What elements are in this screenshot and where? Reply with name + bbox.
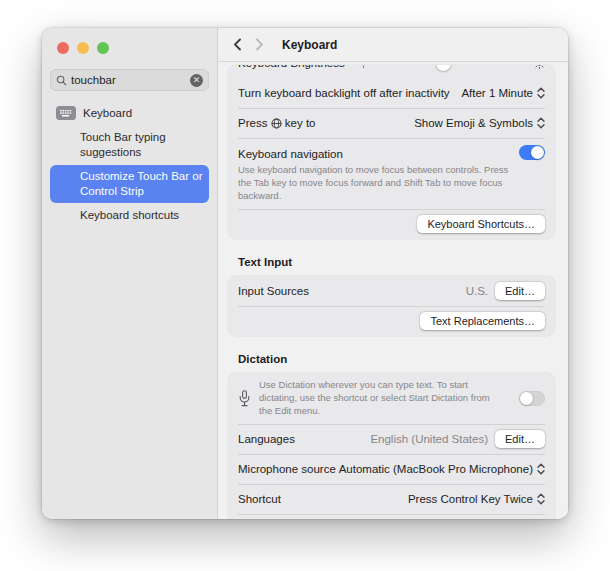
slider-knob[interactable] xyxy=(436,65,451,71)
globe-key-row: Press key to Show Emoji & Symbols xyxy=(228,108,555,138)
forward-button[interactable] xyxy=(248,35,270,55)
input-sources-row: Input Sources U.S. Edit… xyxy=(228,276,555,306)
chevron-up-down-icon xyxy=(537,463,545,475)
popup-value: Press Control Key Twice xyxy=(408,493,533,505)
content-pane: Keyboard Keyboard Brightness xyxy=(218,28,568,519)
chevron-up-down-icon xyxy=(537,117,545,129)
dictation-shortcut-label: Shortcut xyxy=(238,493,281,505)
search-field[interactable]: ✕ xyxy=(50,69,209,91)
backlight-inactivity-row: Turn keyboard backlight off after inacti… xyxy=(228,78,555,108)
window-controls xyxy=(42,28,217,54)
chevron-up-down-icon xyxy=(537,87,545,99)
sidebar-item-label: Customize Touch Bar or Control Strip xyxy=(80,170,203,197)
keyboard-settings-group: Keyboard Brightness Turn keyboard backli… xyxy=(228,65,555,239)
backlight-inactivity-label: Turn keyboard backlight off after inacti… xyxy=(238,87,450,99)
chevron-right-icon xyxy=(255,38,264,51)
sun-min-icon xyxy=(359,65,368,68)
languages-row: Languages English (United States) Edit… xyxy=(228,424,555,454)
toolbar: Keyboard xyxy=(218,28,568,62)
dictation-group: Use Dictation wherever you can type text… xyxy=(228,373,555,519)
languages-label: Languages xyxy=(238,433,295,445)
minimize-button[interactable] xyxy=(77,42,89,54)
keyboard-icon xyxy=(56,106,76,120)
languages-value: English (United States) xyxy=(370,433,488,445)
globe-key-label: Press key to xyxy=(238,117,316,129)
popup-value: Show Emoji & Symbols xyxy=(414,117,533,129)
magnifier-icon xyxy=(56,75,67,86)
keyboard-brightness-slider[interactable] xyxy=(375,65,527,71)
sidebar-item-customize-touch-bar[interactable]: Customize Touch Bar or Control Strip xyxy=(50,165,209,203)
keyboard-navigation-description: Use keyboard navigation to move focus be… xyxy=(238,164,519,202)
settings-scroll-area[interactable]: Keyboard Brightness Turn keyboard backli… xyxy=(218,62,568,519)
sidebar-item-label: Touch Bar typing suggestions xyxy=(80,131,166,158)
keyboard-shortcuts-row: Keyboard Shortcuts… xyxy=(228,209,555,239)
search-input[interactable] xyxy=(71,74,190,86)
microphone-source-label: Microphone source xyxy=(238,463,336,475)
zoom-button[interactable] xyxy=(97,42,109,54)
dictation-toggle[interactable] xyxy=(519,391,545,406)
microphone-icon xyxy=(238,390,251,407)
keyboard-navigation-label: Keyboard navigation xyxy=(238,148,343,160)
dictation-shortcut-popup[interactable]: Press Control Key Twice xyxy=(408,493,545,505)
globe-icon xyxy=(271,118,282,129)
page-title: Keyboard xyxy=(282,38,337,52)
keyboard-navigation-toggle[interactable] xyxy=(519,145,545,160)
chevron-up-down-icon xyxy=(537,493,545,505)
microphone-source-row: Microphone source Automatic (MacBook Pro… xyxy=(228,454,555,484)
system-settings-window: ✕ Keyboard Touch Bar typing suggestions … xyxy=(42,28,568,519)
keyboard-shortcuts-button[interactable]: Keyboard Shortcuts… xyxy=(417,215,545,233)
chevron-left-icon xyxy=(233,38,242,51)
keyboard-brightness-label: Keyboard Brightness xyxy=(238,65,345,69)
close-button[interactable] xyxy=(57,42,69,54)
back-button[interactable] xyxy=(226,35,248,55)
text-input-group: Input Sources U.S. Edit… Text Replacemen… xyxy=(228,276,555,336)
sidebar-item-label: Keyboard xyxy=(83,106,132,121)
search-results-list: Keyboard Touch Bar typing suggestions Cu… xyxy=(42,101,217,228)
dictation-enable-row: Use Dictation wherever you can type text… xyxy=(228,373,555,423)
auto-punctuation-row: Auto-punctuation xyxy=(228,514,555,519)
popup-value: Automatic (MacBook Pro Microphone) xyxy=(339,463,533,475)
keyboard-navigation-row: Keyboard navigation Use keyboard navigat… xyxy=(228,138,555,209)
keyboard-brightness-row: Keyboard Brightness xyxy=(228,65,555,78)
popup-value: After 1 Minute xyxy=(461,87,533,99)
microphone-source-popup[interactable]: Automatic (MacBook Pro Microphone) xyxy=(339,463,545,475)
sidebar-item-touch-bar-typing-suggestions[interactable]: Touch Bar typing suggestions xyxy=(50,126,209,164)
sidebar-item-keyboard-shortcuts[interactable]: Keyboard shortcuts xyxy=(50,204,209,227)
dictation-section-title: Dictation xyxy=(238,353,555,365)
input-sources-value: U.S. xyxy=(466,285,488,297)
backlight-inactivity-popup[interactable]: After 1 Minute xyxy=(461,87,545,99)
sidebar-item-keyboard[interactable]: Keyboard xyxy=(50,102,209,125)
text-replacements-row: Text Replacements… xyxy=(228,306,555,336)
languages-edit-button[interactable]: Edit… xyxy=(495,430,545,448)
sun-max-icon xyxy=(534,65,545,69)
input-sources-edit-button[interactable]: Edit… xyxy=(495,282,545,300)
clear-search-icon[interactable]: ✕ xyxy=(190,74,203,87)
dictation-shortcut-row: Shortcut Press Control Key Twice xyxy=(228,484,555,514)
text-replacements-button[interactable]: Text Replacements… xyxy=(420,312,545,330)
text-input-section-title: Text Input xyxy=(238,256,555,268)
input-sources-label: Input Sources xyxy=(238,285,309,297)
dictation-description: Use Dictation wherever you can type text… xyxy=(259,379,501,417)
globe-key-popup[interactable]: Show Emoji & Symbols xyxy=(414,117,545,129)
sidebar: ✕ Keyboard Touch Bar typing suggestions … xyxy=(42,28,218,519)
sidebar-item-label: Keyboard shortcuts xyxy=(80,209,179,221)
